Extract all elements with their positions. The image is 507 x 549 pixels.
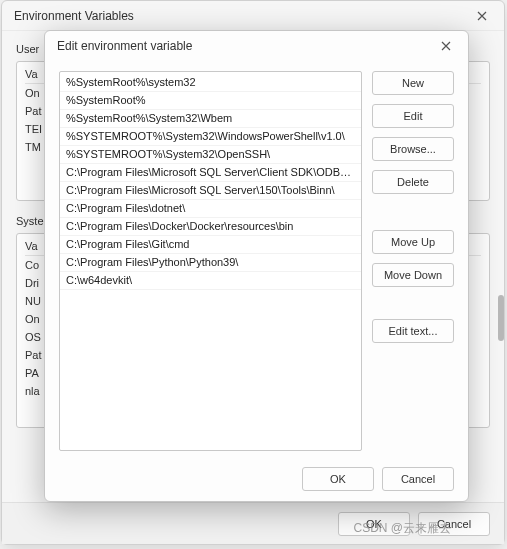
- parent-title: Environment Variables: [10, 9, 134, 23]
- path-list-item[interactable]: %SYSTEMROOT%\System32\WindowsPowerShell\…: [60, 128, 361, 146]
- parent-close-button[interactable]: [468, 6, 496, 26]
- parent-footer: OK Cancel: [2, 502, 504, 544]
- child-footer: OK Cancel: [45, 457, 468, 501]
- child-cancel-button[interactable]: Cancel: [382, 467, 454, 491]
- path-list[interactable]: %SystemRoot%\system32%SystemRoot%%System…: [59, 71, 362, 451]
- path-list-item[interactable]: %SystemRoot%\system32: [60, 74, 361, 92]
- child-body: %SystemRoot%\system32%SystemRoot%%System…: [45, 61, 468, 457]
- parent-titlebar: Environment Variables: [2, 1, 504, 31]
- close-icon: [477, 11, 487, 21]
- edit-env-var-dialog: Edit environment variable %SystemRoot%\s…: [44, 30, 469, 502]
- delete-button[interactable]: Delete: [372, 170, 454, 194]
- path-list-item[interactable]: C:\Program Files\Microsoft SQL Server\Cl…: [60, 164, 361, 182]
- parent-cancel-button[interactable]: Cancel: [418, 512, 490, 536]
- new-button[interactable]: New: [372, 71, 454, 95]
- path-list-item[interactable]: C:\Program Files\Docker\Docker\resources…: [60, 218, 361, 236]
- path-list-item[interactable]: C:\Program Files\Microsoft SQL Server\15…: [60, 182, 361, 200]
- path-list-item[interactable]: %SystemRoot%: [60, 92, 361, 110]
- path-list-item[interactable]: C:\Program Files\Python\Python39\: [60, 254, 361, 272]
- path-list-item[interactable]: %SystemRoot%\System32\Wbem: [60, 110, 361, 128]
- path-list-item[interactable]: C:\Program Files\dotnet\: [60, 200, 361, 218]
- child-titlebar: Edit environment variable: [45, 31, 468, 61]
- browse-button[interactable]: Browse...: [372, 137, 454, 161]
- edit-text-button[interactable]: Edit text...: [372, 319, 454, 343]
- edit-button[interactable]: Edit: [372, 104, 454, 128]
- parent-scrollbar-thumb[interactable]: [498, 295, 504, 341]
- child-title: Edit environment variable: [53, 39, 192, 53]
- parent-ok-button[interactable]: OK: [338, 512, 410, 536]
- child-close-button[interactable]: [432, 35, 460, 57]
- side-buttons: New Edit Browse... Delete Move Up Move D…: [372, 71, 454, 451]
- path-list-item[interactable]: C:\w64devkit\: [60, 272, 361, 290]
- child-ok-button[interactable]: OK: [302, 467, 374, 491]
- path-list-item[interactable]: C:\Program Files\Git\cmd: [60, 236, 361, 254]
- move-up-button[interactable]: Move Up: [372, 230, 454, 254]
- close-icon: [441, 41, 451, 51]
- move-down-button[interactable]: Move Down: [372, 263, 454, 287]
- path-list-item[interactable]: %SYSTEMROOT%\System32\OpenSSH\: [60, 146, 361, 164]
